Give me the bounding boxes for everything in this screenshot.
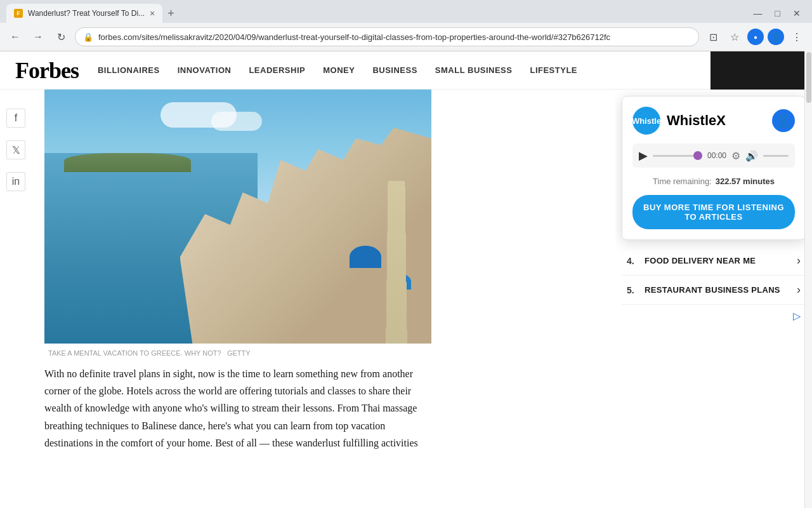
menu-button[interactable]: ⋮ [788, 28, 806, 46]
whistlex-header: Whistle WhistleX 👤 [632, 107, 795, 135]
sidebar-item-1-text: FOOD DELIVERY NEAR ME [645, 256, 797, 265]
title-bar: F Wanderlust? Treat Yourself To Di... × … [0, 0, 812, 23]
ad-arrow: ▷ [622, 305, 806, 327]
translate-button[interactable]: ⊡ [704, 28, 722, 46]
maximize-button[interactable]: □ [770, 6, 785, 21]
reload-button[interactable]: ↻ [52, 28, 70, 46]
facebook-share-button[interactable]: f [6, 109, 25, 128]
nav-small-business[interactable]: Small Business [435, 65, 513, 75]
time-remaining-row: Time remaining: 322.57 minutes [632, 177, 795, 186]
page-content: Forbes Billionaires Innovation Leadershi… [0, 51, 812, 508]
address-bar-row: ← → ↻ 🔒 forbes.com/sites/melissakravitz/… [0, 23, 812, 51]
image-credit: GETTY [227, 349, 251, 357]
island [64, 153, 191, 172]
social-sidebar: f 𝕏 in [0, 90, 32, 508]
sidebar-item-1[interactable]: 4. FOOD DELIVERY NEAR ME › [622, 246, 806, 276]
article-image [44, 90, 431, 344]
black-bar [710, 51, 812, 90]
path [386, 181, 407, 344]
volume-slider[interactable] [763, 155, 789, 157]
nav-leadership[interactable]: Leadership [249, 65, 305, 75]
window-controls: — □ ✕ [749, 6, 806, 21]
buildings [180, 128, 432, 344]
lock-icon: 🔒 [83, 32, 93, 42]
ad-play-icon: ▷ [793, 310, 801, 322]
time-display: 00:00 [707, 151, 726, 160]
tab-title: Wanderlust? Treat Yourself To Di... [28, 9, 145, 18]
whistlex-title: WhistleX [667, 112, 766, 129]
twitter-icon: 𝕏 [12, 144, 20, 156]
nav-links: Billionaires Innovation Leadership Money… [98, 65, 781, 75]
article-content: Take a mental vacation to Greece. Why no… [32, 90, 615, 508]
caption-text: Take a mental vacation to Greece. Why no… [48, 349, 221, 357]
nav-billionaires[interactable]: Billionaires [98, 65, 160, 75]
facebook-icon: f [15, 112, 17, 124]
chevron-right-icon-1: › [797, 254, 801, 267]
scrollbar-thumb[interactable] [806, 52, 811, 103]
nav-lifestyle[interactable]: Lifestyle [530, 65, 577, 75]
play-button[interactable]: ▶ [639, 149, 648, 163]
whistlex-logo: Whistle [632, 107, 660, 135]
sidebar-item-1-number: 4. [627, 256, 639, 266]
image-caption: Take a mental vacation to Greece. Why no… [44, 349, 603, 358]
browser-tab[interactable]: F Wanderlust? Treat Yourself To Di... × [6, 4, 162, 23]
tab-close-button[interactable]: × [150, 9, 155, 18]
forbes-logo[interactable]: Forbes [15, 57, 79, 84]
sidebar-item-2-number: 5. [627, 285, 639, 295]
address-bar[interactable]: 🔒 forbes.com/sites/melissakravitz/2020/0… [75, 27, 699, 46]
new-tab-button[interactable]: + [165, 4, 177, 23]
page-scrollbar[interactable] [804, 51, 812, 508]
whistlex-popup: Whistle WhistleX 👤 ▶ 00:00 ⚙ 🔊 [622, 96, 806, 240]
volume-button[interactable]: 🔊 [745, 150, 758, 162]
audio-settings-button[interactable]: ⚙ [731, 150, 740, 162]
main-area: f 𝕏 in [0, 90, 812, 508]
close-button[interactable]: ✕ [788, 6, 806, 21]
nav-innovation[interactable]: Innovation [178, 65, 232, 75]
progress-bar[interactable] [653, 155, 702, 157]
linkedin-icon: in [12, 176, 20, 187]
twitter-share-button[interactable]: 𝕏 [6, 140, 25, 159]
chevron-right-icon-2: › [797, 283, 801, 297]
right-sidebar: Whistle WhistleX 👤 ▶ 00:00 ⚙ 🔊 [615, 90, 812, 508]
back-button[interactable]: ← [6, 28, 24, 46]
buy-more-time-button[interactable]: BUY MORE TIME FOR LISTENING TO ARTICLES [632, 195, 795, 229]
audio-controls: ▶ 00:00 ⚙ 🔊 [632, 144, 795, 168]
address-text: forbes.com/sites/melissakravitz/2020/04/… [98, 32, 691, 42]
browser-chrome: F Wanderlust? Treat Yourself To Di... × … [0, 0, 812, 51]
nav-business[interactable]: Business [372, 65, 417, 75]
article-image-container [44, 90, 603, 344]
sidebar-item-2-text: RESTAURANT BUSINESS PLANS [645, 285, 797, 295]
time-remaining-label: Time remaining: [653, 177, 712, 186]
minimize-button[interactable]: — [749, 6, 768, 21]
nav-money[interactable]: Money [323, 65, 355, 75]
progress-circle [693, 151, 702, 160]
bookmark-button[interactable]: ☆ [726, 28, 743, 46]
linkedin-share-button[interactable]: in [6, 172, 25, 191]
tab-favicon: F [14, 9, 23, 18]
sidebar-items: 4. FOOD DELIVERY NEAR ME › 5. RESTAURANT… [615, 246, 812, 327]
time-remaining-value: 322.57 minutes [716, 177, 775, 186]
forbes-nav: Forbes Billionaires Innovation Leadershi… [0, 51, 812, 90]
sidebar-item-2[interactable]: 5. RESTAURANT BUSINESS PLANS › [622, 276, 806, 305]
extension-button[interactable]: ● [747, 29, 764, 45]
toolbar-icons: ⊡ ☆ ● 👤 ⋮ [704, 28, 806, 46]
profile-button[interactable]: 👤 [768, 29, 784, 45]
forward-button[interactable]: → [29, 28, 47, 46]
article-body: With no definite travel plans in sight, … [44, 365, 431, 451]
blue-dome1 [350, 246, 381, 268]
whistlex-avatar[interactable]: 👤 [772, 109, 795, 132]
